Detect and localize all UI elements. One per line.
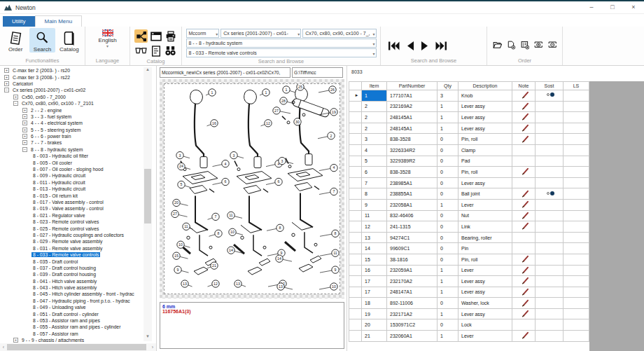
language-selector[interactable]: English ▾ (89, 28, 127, 48)
cell-note[interactable] (512, 90, 536, 102)
table-row[interactable]: 43226334R20Clamp (349, 144, 589, 156)
tree-item[interactable]: 8 - 041 - Hitch valve assembly (0, 278, 142, 284)
search-button[interactable]: Search (29, 28, 55, 53)
image-path-field[interactable]: G:\Tiff\mcc (292, 67, 343, 78)
close-button[interactable]: × (623, 2, 644, 13)
scrollbar-thumb[interactable] (7, 344, 146, 350)
tree-item[interactable]: 8 - 031 - Remote valve assembly (0, 245, 142, 252)
tree-view-button[interactable] (134, 29, 148, 43)
cell-sost[interactable] (536, 90, 564, 102)
table-row[interactable]: 2248145A11Lever assy (349, 123, 589, 134)
tree-item[interactable]: 8 - 035 - Draft control (0, 258, 142, 264)
cell-note[interactable] (512, 123, 536, 134)
make-combo[interactable]: Mccorm ▾ (186, 29, 220, 38)
scroll-down-icon[interactable]: ▼ (144, 334, 152, 341)
table-row[interactable]: 19232171A21Lever assy (349, 308, 589, 319)
tree-item[interactable]: +C-max tier 2 (2003- ) - rs20 (0, 67, 142, 74)
scroll-left-icon[interactable]: ‹ (0, 343, 7, 351)
cell-note[interactable] (512, 254, 536, 265)
cell-note[interactable] (512, 265, 536, 276)
language-dropdown-arrow[interactable]: ▾ (89, 43, 127, 48)
cell-note[interactable] (512, 210, 536, 221)
order-button[interactable]: Order (3, 28, 28, 53)
cell-note[interactable] (512, 167, 536, 178)
tree-item[interactable]: −Cx70, cx80, cx90, cx100 - 7_2101 (0, 100, 142, 106)
tree-item[interactable]: +4 - - 4 - electrical system (0, 120, 142, 126)
tree-item[interactable]: 8 - 025 - Remote control valves (0, 225, 142, 231)
tree-item[interactable]: 8 - 015 - Oil return kit (0, 192, 142, 198)
column-header[interactable]: Description (458, 82, 512, 90)
tree-item[interactable]: +C-max tier 3 (2008- ) - rs22 (0, 74, 142, 80)
table-row[interactable]: 2232169A21Lever assy (349, 101, 589, 112)
table-row[interactable]: 11832-464060Nut (349, 210, 589, 221)
tree-item[interactable]: 8 - 027 - Hydraulic couplings and collec… (0, 232, 142, 238)
tree-item[interactable]: 8 - 039 - Draft control housing (0, 271, 142, 277)
expand-icon[interactable]: + (13, 95, 18, 99)
tree-item[interactable]: 8 - 005 - Oil cooler (0, 159, 142, 165)
tree-item[interactable]: 8 - 037 - Draft control housing (0, 265, 142, 271)
table-row[interactable]: 1538-18160Pin, roll (349, 254, 589, 265)
collapse-icon[interactable]: − (13, 101, 18, 106)
window-view-button[interactable] (149, 29, 162, 43)
column-header[interactable]: LS (564, 82, 589, 90)
expand-icon[interactable]: + (22, 121, 27, 125)
report-button[interactable] (149, 44, 162, 57)
tree-item[interactable]: +Caricatori (0, 81, 142, 87)
cell-note[interactable] (512, 276, 536, 287)
tree-item[interactable]: 8 - 023 - Remote control valves (0, 219, 142, 225)
scroll-up-icon[interactable]: ▲ (144, 67, 152, 74)
column-header[interactable]: Note (512, 82, 536, 90)
tree-item[interactable]: 8 - 007 - Oil cooler - sloping hood (0, 166, 142, 172)
add-item-button[interactable] (534, 39, 542, 51)
table-row[interactable]: 9232058A11Lever (349, 199, 589, 210)
collapse-icon[interactable]: − (4, 88, 9, 92)
table-row[interactable]: ▸1177107A13Knob (349, 90, 589, 102)
tree-item[interactable]: 8 - 017 - Valve assembly - control (0, 199, 142, 205)
scroll-right-icon[interactable]: › (149, 343, 156, 351)
cell-note[interactable] (512, 287, 536, 298)
tree-item[interactable]: +9 - - 9 - chassis / attachments (0, 337, 142, 343)
cell-note[interactable] (512, 188, 536, 200)
table-row[interactable]: 6838-35280Pin, roll (349, 167, 589, 178)
next-page-button[interactable] (421, 41, 429, 51)
reading-view-button[interactable] (134, 44, 148, 57)
table-row[interactable]: 53229389R20Pad (349, 156, 589, 167)
tree-item[interactable]: 8 - 057 - Assistor ram (0, 331, 142, 337)
cell-note[interactable] (512, 199, 536, 210)
table-row[interactable]: 18892-110060Washer, lock (349, 298, 589, 309)
tree-item[interactable]: +6 - - 6 - power train (0, 133, 142, 139)
column-header[interactable]: PartNumber (387, 82, 438, 90)
tree-item[interactable]: +5 - - 5 - steering system (0, 127, 142, 133)
open-order-button[interactable] (493, 39, 502, 50)
expand-icon[interactable]: + (4, 68, 9, 73)
tree-item[interactable]: 8 - 051 - Draft control - cylinder (0, 310, 142, 317)
tree-item[interactable]: −8 - - 8 - hydraulic system (0, 146, 142, 153)
cell-note[interactable] (512, 112, 536, 123)
table-row[interactable]: 1394274C10Bearing, roller (349, 232, 589, 243)
tree-item[interactable]: 8 - 011 - Hydraulic circuit (0, 179, 142, 186)
system-combo[interactable]: 8 - - 8 - hydraulic system ▾ (186, 39, 377, 48)
tree-item[interactable]: +3 - - 3 - fuel system (0, 113, 142, 120)
tree-vertical-scrollbar[interactable]: ▲ ▼ (144, 67, 152, 341)
tree-item[interactable]: 8 - 055 - Assistor ram and pipes - cylin… (0, 324, 142, 330)
tree-item[interactable]: +7 - - 7 - brakes (0, 139, 142, 146)
add-list-to-order-button[interactable] (521, 39, 529, 51)
table-row[interactable]: 8238855A10Ball joint (349, 188, 589, 200)
tree-item[interactable]: −Cx series (2001-2007) - cx01-cx02 (0, 87, 142, 93)
tree-item[interactable]: 8 - 053 - Assistor ram and pipes (0, 317, 142, 324)
cell-note[interactable] (512, 331, 536, 342)
tree-item[interactable]: 8 - 045 - Hitch cylinder assembly - fron… (0, 291, 142, 297)
tree-item[interactable]: 8 - 019 - Valve assembly - control (0, 205, 142, 212)
table-row[interactable]: 3838-35280Pin, roll (349, 134, 589, 145)
table-row[interactable]: 17232170A21Lever assy (349, 276, 589, 287)
column-header[interactable]: Item (362, 82, 387, 90)
last-page-button[interactable] (435, 41, 447, 51)
table-row[interactable]: 7238985A10Lever assy (349, 177, 589, 188)
cell-note[interactable] (512, 298, 536, 309)
tree-item[interactable]: 8 - 047 - Hydraulic piping - front p.t.o… (0, 298, 142, 304)
minimize-button[interactable]: – (581, 2, 602, 13)
table-row[interactable]: 12241-13150Link (349, 221, 589, 233)
series-combo[interactable]: Cx series (2001-2007) - cx01- ▾ (220, 29, 301, 38)
first-page-button[interactable] (388, 41, 400, 51)
tab-main-menu[interactable]: Main Menu (35, 15, 83, 27)
